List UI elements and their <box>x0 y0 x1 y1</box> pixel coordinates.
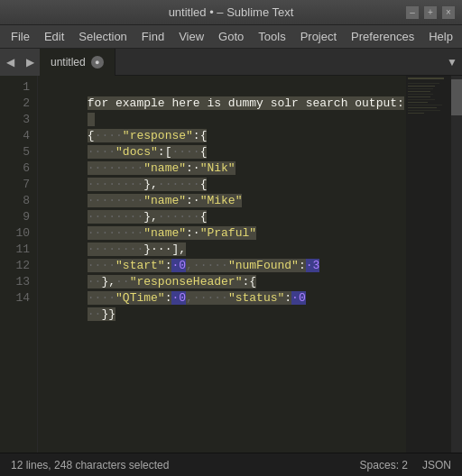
line-num-7: 7 <box>0 177 30 193</box>
svg-rect-8 <box>408 99 435 100</box>
line-num-13: 13 <box>0 274 30 290</box>
menu-goto[interactable]: Goto <box>211 28 251 45</box>
svg-rect-4 <box>408 88 433 89</box>
svg-rect-9 <box>408 102 428 103</box>
svg-rect-7 <box>408 96 430 97</box>
svg-rect-3 <box>408 86 435 87</box>
status-syntax[interactable]: JSON <box>422 459 451 471</box>
line-num-9: 9 <box>0 209 30 225</box>
code-line-9: ········"name":·"Praful" <box>45 209 462 225</box>
code-line-4: ····"docs":[····{ <box>45 128 462 144</box>
scrollbar-vertical[interactable] <box>451 76 462 453</box>
menu-help[interactable]: Help <box>421 28 460 45</box>
code-line-5: ········"name":·"Nik" <box>45 144 462 160</box>
tab-close-button[interactable]: ● <box>91 56 104 69</box>
menu-tools[interactable]: Tools <box>251 28 292 45</box>
line-num-4: 4 <box>0 128 30 144</box>
line-num-1: 1 <box>0 79 30 96</box>
menu-file[interactable]: File <box>4 28 37 45</box>
scrollbar-thumb[interactable] <box>451 79 462 115</box>
line-num-6: 6 <box>0 160 30 177</box>
code-line-6: ········},······{ <box>45 160 462 177</box>
status-bar: 12 lines, 248 characters selected Spaces… <box>0 453 462 476</box>
code-line-11: ····"start":·0,·····"numFound":·3 <box>45 242 462 258</box>
svg-rect-1 <box>408 78 444 79</box>
status-right: Spaces: 2 JSON <box>360 459 451 471</box>
svg-rect-2 <box>408 83 439 84</box>
menu-edit[interactable]: Edit <box>37 28 71 45</box>
tab-nav-next[interactable]: ▶ <box>20 49 40 76</box>
window-controls[interactable]: – + × <box>406 6 455 19</box>
code-line-2 <box>45 96 462 112</box>
editor-area: 1 2 3 4 5 6 7 8 9 10 11 12 13 14 for exa… <box>0 76 462 453</box>
menu-view[interactable]: View <box>171 28 211 45</box>
status-selection-info: 12 lines, 248 characters selected <box>11 459 169 471</box>
maximize-button[interactable]: + <box>424 6 437 19</box>
code-line-10: ········}···], <box>45 225 462 242</box>
svg-rect-6 <box>408 94 433 95</box>
line-numbers: 1 2 3 4 5 6 7 8 9 10 11 12 13 14 <box>0 76 38 453</box>
svg-rect-11 <box>408 107 437 108</box>
tab-nav-prev[interactable]: ◀ <box>0 49 20 76</box>
code-line-8: ········},······{ <box>45 193 462 209</box>
tab-dropdown-button[interactable]: ▼ <box>442 49 462 76</box>
menu-preferences[interactable]: Preferences <box>344 28 421 45</box>
window-title: untitled • – Sublime Text <box>169 5 294 19</box>
line-num-14: 14 <box>0 290 30 307</box>
svg-rect-10 <box>408 105 442 105</box>
code-line-14: ··}} <box>45 290 462 307</box>
minimize-button[interactable]: – <box>406 6 419 19</box>
menu-project[interactable]: Project <box>293 28 344 45</box>
svg-rect-12 <box>408 110 440 111</box>
minimap <box>406 76 451 453</box>
status-spaces[interactable]: Spaces: 2 <box>360 459 408 471</box>
line-num-2: 2 <box>0 96 30 112</box>
code-line-12: ··},··"responseHeader":{ <box>45 258 462 274</box>
code-line-7: ········"name":·"Mike" <box>45 177 462 193</box>
line-num-5: 5 <box>0 144 30 160</box>
line-num-8: 8 <box>0 193 30 209</box>
menu-bar: File Edit Selection Find View Goto Tools… <box>0 25 462 49</box>
tab-untitled[interactable]: untitled ● <box>40 49 116 76</box>
line-num-12: 12 <box>0 258 30 274</box>
tab-bar: ◀ ▶ untitled ● ▼ <box>0 49 462 76</box>
tab-label: untitled <box>51 56 86 69</box>
svg-rect-5 <box>408 91 430 92</box>
line-num-10: 10 <box>0 225 30 242</box>
svg-rect-13 <box>408 113 424 114</box>
code-editor[interactable]: for example here is dummy solr search ou… <box>38 76 462 453</box>
title-bar: untitled • – Sublime Text – + × <box>0 0 462 25</box>
code-line-3: {····"response":{ <box>45 112 462 128</box>
code-line-1: for example here is dummy solr search ou… <box>45 79 462 96</box>
line-num-3: 3 <box>0 112 30 128</box>
line-num-11: 11 <box>0 242 30 258</box>
menu-find[interactable]: Find <box>134 28 171 45</box>
svg-rect-0 <box>406 76 451 453</box>
close-button[interactable]: × <box>442 6 455 19</box>
menu-selection[interactable]: Selection <box>71 28 134 45</box>
code-line-13: ····"QTime":·0,·····"status":·0 <box>45 274 462 290</box>
